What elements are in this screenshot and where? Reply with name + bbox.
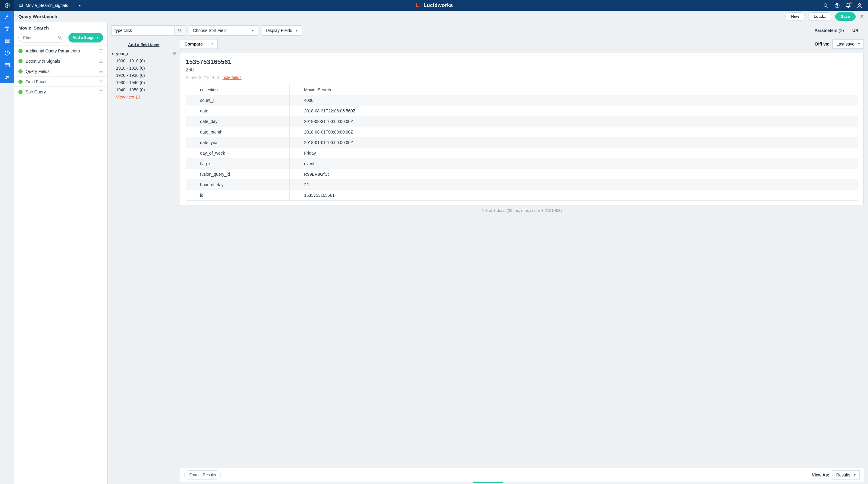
close-icon[interactable]: ✕: [860, 13, 864, 19]
hide-fields-link[interactable]: hide fields: [222, 75, 241, 80]
caret-down-icon: ▼: [858, 42, 861, 46]
add-field-facet-link[interactable]: Add a field facet: [128, 42, 159, 47]
page-title: Query Workbench: [19, 14, 57, 19]
help-icon[interactable]: [834, 3, 840, 8]
svg-point-17: [58, 36, 61, 38]
field-value: 1535753165561: [290, 190, 858, 201]
search-icon[interactable]: [823, 3, 829, 8]
run-query-button[interactable]: [175, 25, 185, 36]
display-fields-select[interactable]: Display Fields ▼: [262, 25, 302, 36]
field-row: date_year2018-01-01T00:00:00.00Z: [186, 137, 858, 148]
field-row: hour_of_day22: [186, 179, 858, 190]
stage-label: Solr Query: [26, 90, 46, 94]
facet-group-header[interactable]: ▼ year_i ☰: [111, 50, 176, 57]
pipeline-stage[interactable]: Field Facet☰: [14, 77, 107, 87]
facet-value[interactable]: 1940 - 1950 (0): [111, 86, 176, 93]
rail-item-tools[interactable]: [0, 71, 14, 83]
result-title: 1535753165561: [186, 58, 858, 65]
view-next-link[interactable]: View next 10: [116, 95, 140, 99]
svg-line-20: [181, 31, 182, 32]
stage-label: Query Fields: [26, 69, 50, 74]
rail-item-app[interactable]: [0, 59, 14, 71]
result-subtitle: 260: [186, 67, 858, 72]
stage-label: Field Facet: [26, 79, 46, 84]
stage-filter[interactable]: [19, 33, 65, 42]
profile-icon[interactable]: [857, 2, 863, 8]
format-results-button[interactable]: Format Results: [184, 471, 221, 480]
field-value: 4000: [290, 95, 858, 105]
field-value: 2018-01-01T00:00:00.00Z: [290, 137, 858, 148]
svg-line-8: [827, 6, 828, 7]
field-key: flag_s: [186, 158, 290, 169]
status-dot: [19, 69, 23, 73]
facet-value[interactable]: 1930 - 1940 (0): [111, 79, 176, 86]
rail-item-query[interactable]: [0, 35, 14, 47]
add-compare-button[interactable]: ＋: [207, 39, 218, 49]
status-dot: [19, 59, 23, 63]
field-key: date_month: [186, 127, 290, 137]
rail-item-ingest[interactable]: [0, 23, 14, 35]
resize-handle[interactable]: [107, 482, 868, 484]
load-button[interactable]: Load...: [808, 12, 832, 21]
pipeline-stage[interactable]: Boost with Signals☰: [14, 56, 107, 66]
field-key: count_i: [186, 95, 290, 105]
caret-down-icon: ▼: [79, 4, 82, 7]
pipeline-sidebar: Movie_Search Add a Stage ▼ Additional Qu…: [14, 22, 107, 484]
rail-item-index[interactable]: [0, 11, 14, 23]
diff-vs-select[interactable]: Last save ▼: [832, 39, 864, 49]
svg-rect-12: [5, 39, 9, 40]
search-icon: [58, 35, 62, 40]
sort-field-select[interactable]: Choose Sort Field ▼: [189, 25, 258, 36]
field-row: count_i4000: [186, 95, 858, 105]
field-row: date_month2018-08-01T00:00:00.00Z: [186, 127, 858, 137]
field-row: fusion_query_idR99BR8GfCt: [186, 169, 858, 179]
facet-value[interactable]: 1900 - 1910 (0): [111, 57, 176, 64]
collection-selector[interactable]: Movie_Search_signals ▼: [14, 3, 86, 8]
caret-down-icon: ▼: [111, 52, 114, 56]
add-stage-button[interactable]: Add a Stage ▼: [68, 33, 103, 42]
field-row: collectionMovie_Search: [186, 84, 858, 95]
save-button[interactable]: Save: [835, 12, 856, 21]
view-as-select[interactable]: Results ▼: [832, 471, 860, 480]
page-header: Query Workbench New Load... Save ✕: [14, 11, 868, 22]
brand: Lucidworks: [415, 2, 453, 8]
uri-link[interactable]: URI: [852, 28, 860, 33]
field-row: flag_sevent: [186, 158, 858, 169]
pipeline-stage[interactable]: Query Fields☰: [14, 66, 107, 77]
facet-value[interactable]: 1910 - 1920 (0): [111, 64, 176, 72]
field-key: date: [186, 105, 290, 116]
status-dot: [19, 80, 23, 84]
new-button[interactable]: New: [785, 12, 805, 21]
svg-rect-15: [5, 63, 9, 67]
view-as-label: View As:: [812, 473, 830, 477]
drag-icon[interactable]: ☰: [99, 79, 103, 84]
drag-icon[interactable]: ☰: [99, 90, 103, 94]
svg-point-7: [824, 4, 827, 7]
svg-rect-5: [19, 5, 23, 6]
menu-icon[interactable]: ☰: [173, 51, 176, 56]
svg-line-18: [61, 38, 62, 39]
compare-button[interactable]: Compare: [180, 39, 207, 49]
results-header: Compare ＋ Diff vs: Last save ▼: [180, 38, 864, 50]
notifications-icon[interactable]: [845, 3, 851, 8]
svg-rect-14: [5, 42, 9, 43]
rail-item-analytics[interactable]: [0, 47, 14, 59]
drag-icon[interactable]: ☰: [99, 59, 103, 64]
field-value: 2018-08-31T22:06:05.560Z: [290, 105, 858, 116]
result-card: 1535753165561 260 Score: 3.2131453 hide …: [180, 53, 864, 206]
app-logo[interactable]: [0, 0, 14, 11]
field-key: collection: [186, 84, 290, 95]
pipeline-stage[interactable]: Additional Query Parameters☰: [14, 46, 107, 56]
parameters-link[interactable]: Parameters (2): [815, 28, 844, 33]
diff-vs-label: Diff vs:: [815, 41, 830, 47]
query-input[interactable]: [112, 26, 174, 35]
field-key: date_year: [186, 137, 290, 148]
field-key: fusion_query_id: [186, 169, 290, 179]
brand-icon: [415, 2, 421, 8]
facet-value[interactable]: 1920 - 1930 (0): [111, 72, 176, 79]
drag-icon[interactable]: ☰: [99, 49, 103, 53]
drag-icon[interactable]: ☰: [99, 69, 103, 74]
pipeline-stage[interactable]: Solr Query☰: [14, 87, 107, 97]
stage-label: Additional Query Parameters: [26, 49, 80, 53]
collection-name: Movie_Search_signals: [26, 3, 68, 8]
